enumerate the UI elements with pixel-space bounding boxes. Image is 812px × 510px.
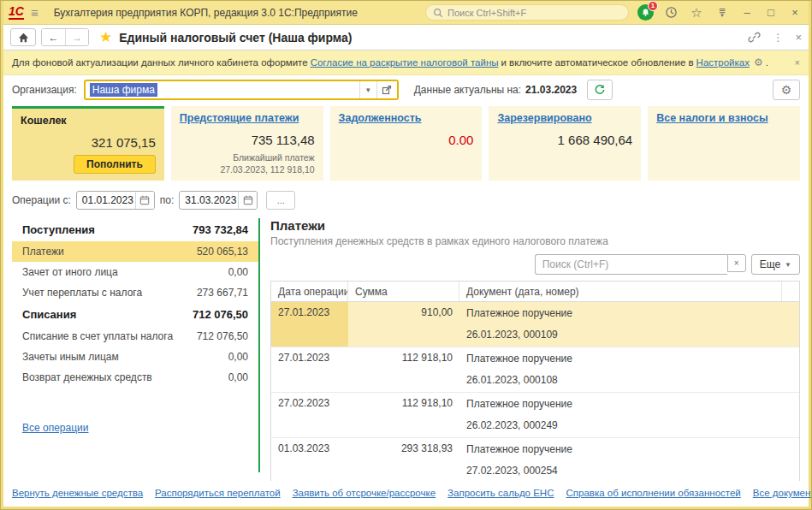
- payment-document-cell[interactable]: Платежное поручение 26.01.2023, 000108: [459, 347, 782, 392]
- payment-date-cell[interactable]: 27.01.2023: [271, 302, 348, 347]
- date-from-input[interactable]: 01.01.2023: [77, 192, 135, 209]
- table-search-row: × Еще ▼: [270, 254, 800, 275]
- operation-row[interactable]: Возврат денежных средств 0,00: [12, 367, 258, 388]
- footer-link[interactable]: Заявить об отсрочке/рассрочке: [293, 488, 436, 498]
- payment-sum-cell[interactable]: 293 318,93: [348, 438, 459, 481]
- footer-link[interactable]: Вернуть денежные средства: [12, 488, 143, 498]
- calendar-icon[interactable]: [238, 192, 257, 209]
- payment-date-cell[interactable]: 27.02.2023: [271, 393, 348, 437]
- footer-link[interactable]: Все документы по ЕНС: [753, 488, 812, 498]
- operation-value: 712 076,50: [193, 308, 248, 321]
- operation-value: 520 065,13: [197, 246, 248, 258]
- consent-link[interactable]: Согласие на раскрытие налоговой тайны: [311, 57, 499, 68]
- notifications-bell-icon[interactable]: 1: [636, 3, 655, 22]
- page-title: Единый налоговый счет (Наша фирма): [119, 31, 352, 44]
- payments-table-header[interactable]: Дата операции Сумма Документ (дата, номе…: [271, 282, 799, 302]
- clear-search-icon[interactable]: ×: [727, 254, 746, 272]
- payment-end-cell: [782, 347, 799, 392]
- back-button[interactable]: ←: [42, 29, 65, 45]
- get-link-icon[interactable]: [748, 31, 761, 44]
- more-menu-icon[interactable]: ⋮: [773, 32, 783, 44]
- payment-sum-cell[interactable]: 910,00: [348, 302, 459, 347]
- home-button[interactable]: [10, 28, 36, 46]
- payment-sum-cell[interactable]: 112 918,10: [348, 393, 459, 437]
- debt-link[interactable]: Задолженность: [339, 112, 474, 124]
- payment-date-cell[interactable]: 01.03.2023: [271, 438, 348, 481]
- footer-link[interactable]: Запросить сальдо ЕНС: [447, 488, 554, 498]
- operation-row[interactable]: Зачеты иным лицам 0,00: [12, 347, 258, 367]
- operation-label: Поступления: [22, 223, 95, 236]
- debt-card: Задолженность 0.00: [330, 106, 483, 181]
- payment-date-cell[interactable]: 27.01.2023: [271, 347, 348, 392]
- close-window-button[interactable]: ×: [786, 6, 803, 19]
- operation-row[interactable]: Поступления 793 732,84: [12, 218, 258, 241]
- notification-badge: 1: [648, 1, 658, 11]
- notification-banner: Для фоновой актуализации данных личного …: [3, 50, 809, 75]
- more-actions-button[interactable]: Еще ▼: [751, 254, 800, 275]
- close-form-button[interactable]: ×: [795, 31, 802, 44]
- all-taxes-link[interactable]: Все налоги и взносы: [656, 112, 791, 124]
- payment-row[interactable]: 27.01.2023 910,00 Платежное поручение 26…: [271, 302, 799, 347]
- all-operations-link[interactable]: Все операции: [22, 422, 88, 434]
- column-header-date[interactable]: Дата операции: [271, 282, 348, 301]
- column-header-end: [782, 282, 799, 301]
- column-header-sum[interactable]: Сумма: [348, 282, 459, 301]
- reserved-value: 1 668 490,64: [497, 133, 632, 147]
- period-more-button[interactable]: ...: [266, 191, 295, 210]
- history-icon[interactable]: [661, 3, 680, 22]
- favorite-star-icon[interactable]: ★: [99, 28, 112, 46]
- settings-link[interactable]: Настройках: [696, 57, 750, 68]
- column-header-document[interactable]: Документ (дата, номер): [459, 282, 782, 301]
- date-from-control: 01.01.2023: [76, 191, 155, 210]
- operation-row[interactable]: Зачет от иного лица 0,00: [12, 262, 258, 282]
- banner-text: Для фоновой актуализации данных личного …: [12, 57, 308, 68]
- payment-end-cell: [782, 393, 799, 437]
- global-search-field[interactable]: [447, 8, 621, 18]
- refresh-button[interactable]: [587, 80, 613, 100]
- forward-button[interactable]: →: [65, 29, 88, 45]
- table-search-input[interactable]: [535, 254, 727, 275]
- footer-link[interactable]: Справка об исполнении обязанностей: [566, 488, 740, 498]
- organization-field[interactable]: Наша фирма: [86, 81, 359, 98]
- payment-row[interactable]: 01.03.2023 293 318,93 Платежное поручени…: [271, 438, 799, 481]
- calendar-icon[interactable]: [135, 192, 154, 209]
- operation-value: 0,00: [228, 266, 248, 278]
- reserved-link[interactable]: Зарезервировано: [497, 112, 632, 124]
- organization-open-icon[interactable]: [376, 81, 397, 98]
- operation-row[interactable]: Списание в счет уплаты налога 712 076,50: [12, 326, 258, 347]
- wallet-card: Кошелек 321 075,15 Пополнить: [12, 106, 164, 181]
- service-menu-icon[interactable]: ≡▾: [713, 3, 732, 22]
- payment-sum-cell[interactable]: 112 918,10: [348, 347, 459, 392]
- form-toolbar: ← → ★ Единый налоговый счет (Наша фирма)…: [3, 25, 809, 50]
- banner-close-icon[interactable]: ×: [795, 57, 800, 68]
- payment-document-cell[interactable]: Платежное поручение 26.01.2023, 000109: [459, 302, 782, 347]
- payment-row[interactable]: 27.02.2023 112 918,10 Платежное поручени…: [271, 393, 799, 438]
- footer-link[interactable]: Распорядиться переплатой: [155, 488, 281, 498]
- date-to-input[interactable]: 31.03.2023: [180, 192, 238, 209]
- main-menu-icon[interactable]: ≡: [31, 6, 39, 19]
- favorites-star-icon[interactable]: ☆: [687, 3, 706, 22]
- organization-dropdown-icon[interactable]: ▾: [359, 81, 376, 98]
- operation-row[interactable]: Учет переплаты с налога 273 667,71: [12, 282, 258, 303]
- payment-document-cell[interactable]: Платежное поручение 26.02.2023, 000249: [459, 393, 782, 437]
- payment-document-cell[interactable]: Платежное поручение 27.02.2023, 000254: [459, 438, 782, 481]
- payment-row[interactable]: 27.01.2023 112 918,10 Платежное поручени…: [271, 347, 799, 393]
- payments-table: Дата операции Сумма Документ (дата, номе…: [270, 281, 800, 481]
- settings-gear-button[interactable]: ⚙: [773, 80, 800, 100]
- banner-text-2: и включите автоматическое обновление в: [501, 57, 694, 68]
- payment-document-name: Платежное поручение: [466, 442, 775, 457]
- operation-label: Зачет от иного лица: [22, 266, 118, 278]
- upcoming-payments-link[interactable]: Предстоящие платежи: [180, 112, 315, 124]
- topup-button[interactable]: Пополнить: [74, 155, 156, 174]
- app-window: 1С ≡ Бухгалтерия предприятия КОРП, редак…: [0, 0, 812, 510]
- operation-row[interactable]: Списания 712 076,50: [12, 303, 258, 326]
- payments-title: Платежи: [270, 218, 800, 233]
- maximize-button[interactable]: □: [762, 6, 779, 19]
- organization-combo[interactable]: Наша фирма ▾: [84, 80, 399, 100]
- gear-icon[interactable]: ⚙: [754, 56, 763, 68]
- operation-value: 273 667,71: [197, 287, 248, 299]
- global-search-input[interactable]: [425, 4, 629, 21]
- payment-document-info: 27.02.2023, 000254: [466, 464, 775, 478]
- operation-row[interactable]: Платежи 520 065,13: [12, 241, 258, 262]
- minimize-button[interactable]: –: [738, 6, 756, 19]
